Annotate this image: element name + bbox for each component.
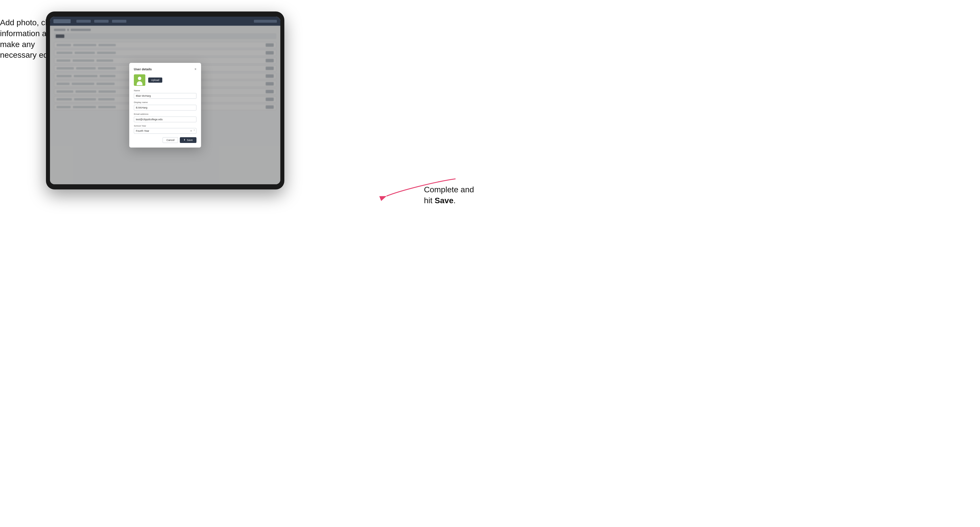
cancel-button[interactable]: Cancel (162, 137, 178, 143)
tablet-device: User details × Upload Name (46, 11, 284, 189)
nav-item-2 (94, 20, 108, 23)
modal-title-bar: User details × (134, 67, 196, 71)
school-year-input[interactable] (134, 128, 196, 134)
email-label: Email address (134, 113, 196, 115)
modal-title: User details (134, 67, 152, 71)
avatar-body (137, 81, 142, 85)
modal-overlay: User details × Upload Name (50, 26, 280, 184)
app-logo (53, 19, 71, 23)
upload-button[interactable]: Upload (148, 78, 162, 83)
app-header (50, 17, 280, 26)
name-label: Name (134, 89, 196, 92)
photo-upload-row: Upload (134, 75, 196, 86)
display-name-input[interactable] (134, 105, 196, 111)
annotation-right-bold: Save (434, 196, 453, 205)
nav-item-3 (112, 20, 126, 23)
save-icon: ⬆ (183, 139, 186, 141)
school-year-select-wrap: × ⌃ (134, 128, 196, 134)
display-name-field-group: Display name (134, 101, 196, 111)
name-input[interactable] (134, 93, 196, 99)
annotation-right-end: . (453, 196, 456, 205)
display-name-label: Display name (134, 101, 196, 104)
user-details-modal: User details × Upload Name (129, 63, 201, 148)
modal-close-button[interactable]: × (194, 67, 196, 71)
avatar-head (138, 77, 141, 80)
save-button[interactable]: ⬆ Save (180, 137, 196, 143)
save-button-label: Save (187, 139, 193, 141)
email-input[interactable] (134, 116, 196, 122)
app-header-right (254, 20, 277, 23)
modal-actions: Cancel ⬆ Save (134, 137, 196, 143)
annotation-right: Complete and hit Save. (424, 184, 487, 206)
school-year-clear-icon[interactable]: × (191, 129, 192, 132)
name-field-group: Name (134, 89, 196, 99)
avatar (134, 75, 145, 86)
app-body: User details × Upload Name (50, 26, 280, 184)
school-year-label: School Year (134, 125, 196, 127)
school-year-field-group: School Year × ⌃ (134, 125, 196, 134)
annotation-right-line2: hit (424, 196, 434, 205)
tablet-screen: User details × Upload Name (50, 17, 280, 184)
email-field-group: Email address (134, 113, 196, 122)
school-year-dropdown-icon[interactable]: ⌃ (193, 129, 195, 132)
nav-item-1 (76, 20, 91, 23)
annotation-right-line1: Complete and (424, 185, 474, 194)
app-nav (76, 20, 126, 23)
